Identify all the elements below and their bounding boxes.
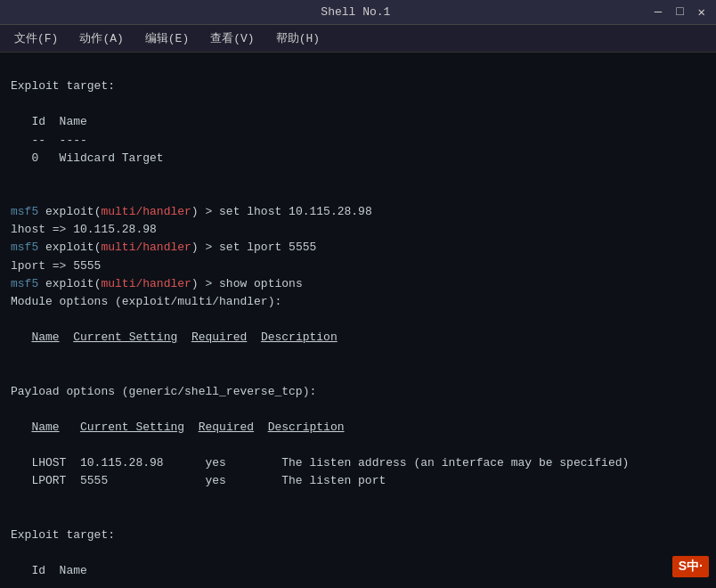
line-blank-5 bbox=[11, 347, 705, 364]
line-id-name-header-2: Id Name bbox=[11, 562, 705, 580]
line-blank-10 bbox=[11, 509, 705, 527]
line-module-options: Module options (exploit/multi/handler): bbox=[11, 293, 705, 311]
minimize-button[interactable]: — bbox=[651, 4, 665, 20]
line-lhost-row: LHOST 10.115.28.98 yes The listen addres… bbox=[11, 454, 705, 472]
line-blank-1 bbox=[11, 95, 705, 113]
line-blank-7 bbox=[11, 401, 705, 419]
line-col-headers-1: Name Current Setting Required Descriptio… bbox=[11, 329, 705, 347]
restore-button[interactable]: □ bbox=[672, 4, 687, 20]
line-blank-11 bbox=[11, 544, 705, 562]
line-blank-9 bbox=[11, 490, 705, 508]
line-blank-3 bbox=[11, 185, 705, 203]
line-payload-options: Payload options (generic/shell_reverse_t… bbox=[11, 383, 705, 401]
line-blank-4 bbox=[11, 311, 705, 329]
menu-file[interactable]: 文件(F) bbox=[11, 29, 61, 48]
line-lhost-result: lhost => 10.115.28.98 bbox=[11, 221, 705, 239]
line-id-name-header: Id Name bbox=[11, 113, 705, 131]
window-controls: — □ ✕ bbox=[651, 4, 709, 20]
menu-action[interactable]: 动作(A) bbox=[76, 29, 126, 48]
line-id-name-sep-2: -- ---- bbox=[11, 580, 705, 588]
window-title: Shell No.1 bbox=[61, 5, 651, 19]
line-lport-row: LPORT 5555 yes The listen port bbox=[11, 472, 705, 490]
watermark: S中· bbox=[672, 556, 709, 577]
line-col-headers-2: Name Current Setting Required Descriptio… bbox=[11, 419, 705, 437]
menu-edit[interactable]: 编辑(E) bbox=[142, 29, 192, 48]
line-exploit-target-1: Exploit target: bbox=[11, 78, 705, 95]
line-set-lhost: msf5 exploit(multi/handler) > set lhost … bbox=[11, 203, 705, 221]
menu-view[interactable]: 查看(V) bbox=[207, 29, 257, 48]
terminal-output: Exploit target: Id Name -- ---- 0 Wildca… bbox=[0, 53, 716, 588]
line-1 bbox=[11, 60, 705, 78]
line-show-options: msf5 exploit(multi/handler) > show optio… bbox=[11, 275, 705, 293]
close-button[interactable]: ✕ bbox=[695, 4, 709, 20]
line-set-lport: msf5 exploit(multi/handler) > set lport … bbox=[11, 239, 705, 257]
line-blank-8 bbox=[11, 437, 705, 454]
title-bar: Shell No.1 — □ ✕ bbox=[0, 0, 716, 25]
line-blank-2 bbox=[11, 167, 705, 185]
line-exploit-target-2: Exploit target: bbox=[11, 527, 705, 544]
line-id-name-sep: -- ---- bbox=[11, 132, 705, 150]
menu-bar: 文件(F) 动作(A) 编辑(E) 查看(V) 帮助(H) bbox=[0, 25, 716, 53]
line-lport-result: lport => 5555 bbox=[11, 257, 705, 275]
line-wildcard-1: 0 Wildcard Target bbox=[11, 150, 705, 167]
menu-help[interactable]: 帮助(H) bbox=[273, 29, 323, 48]
line-blank-6 bbox=[11, 364, 705, 382]
